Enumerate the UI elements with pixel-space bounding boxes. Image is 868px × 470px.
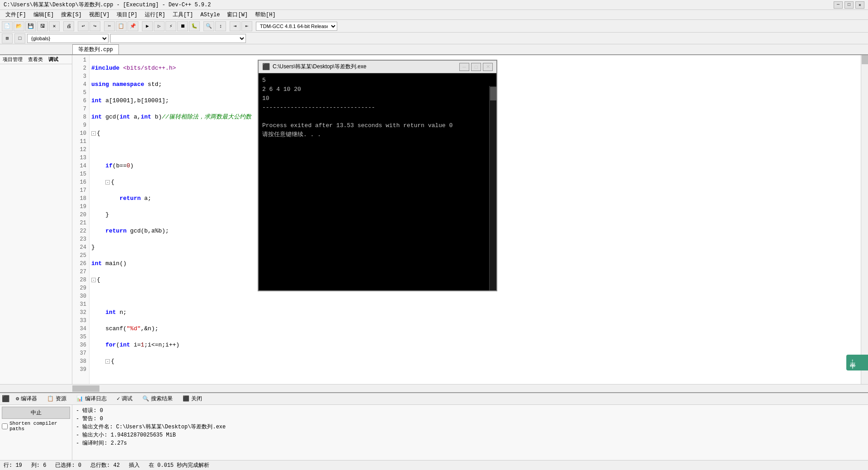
terminal-minimize[interactable]: ─ (459, 63, 469, 71)
terminal-close[interactable]: ✕ (483, 63, 493, 71)
left-panel-content (0, 64, 72, 384)
cut-button[interactable]: ✂ (104, 21, 115, 31)
terminal-line-4: -------------------------------- (262, 103, 493, 112)
run-button[interactable]: ▷ (154, 21, 165, 31)
compile-run-button[interactable]: ⚡ (165, 21, 176, 31)
left-tab-class[interactable]: 查看类 (25, 55, 46, 64)
stop-button[interactable]: ⏹ (177, 21, 188, 31)
copy-button[interactable]: 📋 (116, 21, 127, 31)
menu-view[interactable]: 视图[V] (85, 10, 113, 19)
minimize-button[interactable]: ─ (834, 1, 843, 9)
collapse-btn-13[interactable]: - (91, 278, 96, 282)
toolbar2-btn2[interactable]: □ (14, 33, 25, 43)
maximize-button[interactable]: □ (844, 1, 854, 9)
bottom-scroll-track[interactable] (72, 385, 868, 392)
paste-button[interactable]: 📌 (127, 21, 138, 31)
abort-compile-button[interactable]: 中止 (2, 407, 70, 419)
left-tab-project[interactable]: 项目管理 (0, 55, 25, 64)
status-total-lines: 总行数: 42 (90, 461, 120, 469)
title-bar: C:\Users\韩某某\Desktop\等差数列.cpp - [Executi… (0, 0, 868, 10)
close-button[interactable]: ✕ (855, 1, 864, 9)
log-line-1: - 错误: 0 (76, 407, 864, 415)
menu-edit[interactable]: 编辑[E] (30, 10, 58, 19)
bottom-tab-close[interactable]: ⬛ 关闭 (178, 394, 207, 404)
log-line-3: - 输出文件名: C:\Users\韩某某\Desktop\等差数列.exe (76, 423, 864, 431)
status-bar: 行: 19 列: 6 已选择: 0 总行数: 42 插入 在 0.015 秒内完… (0, 460, 868, 470)
terminal-line-2: 2 6 4 10 20 (262, 85, 493, 94)
bottom-tab-search[interactable]: 🔍 搜索结果 (138, 394, 177, 404)
close-button2[interactable]: ✕ (49, 21, 60, 31)
indent-button[interactable]: ⇥ (230, 21, 241, 31)
shorten-paths-checkbox[interactable] (2, 423, 8, 429)
tab-bar: 等差数列.cpp (0, 44, 868, 55)
undo-button[interactable]: ↩ (78, 21, 89, 31)
print-button[interactable]: 🖨 (63, 21, 74, 31)
save-button[interactable]: 💾 (25, 21, 36, 31)
collapse-btn-17[interactable]: - (105, 359, 110, 364)
toolbar2: ⊞ □ {globals} (0, 33, 868, 44)
code-line-16: for(int i=1;i<=n;i++) (91, 341, 859, 349)
terminal-controls: ─ □ ✕ (459, 63, 493, 71)
editor-vscrollbar[interactable] (861, 55, 868, 384)
terminal-line-5 (262, 112, 493, 121)
terminal-title-bar: ⬛ C:\Users\韩某某\Desktop\等差数列.exe ─ □ ✕ (259, 61, 496, 73)
terminal-line-1: 5 (262, 76, 493, 85)
new-file-button[interactable]: 📄 (2, 21, 13, 31)
menu-window[interactable]: 窗口[W] (223, 10, 251, 19)
close-panel-icon: ⬛ (183, 395, 189, 402)
bottom-panel: ⬛ ⚙ 编译器 📋 资源 📊 编译日志 ✓ 调试 🔍 搜索结果 ⬛ 关闭 中止 (0, 392, 868, 460)
menu-run[interactable]: 运行[R] (141, 10, 169, 19)
floating-action-button[interactable]: 中平←↑ (846, 355, 868, 371)
left-tab-debug[interactable]: 调试 (46, 55, 61, 64)
shorten-paths-row: Shorten compiler paths (2, 421, 70, 432)
bottom-tab-compiler[interactable]: ⚙ 编译器 (11, 394, 42, 404)
code-line-indent2 (91, 292, 859, 300)
menu-project[interactable]: 项目[P] (113, 10, 141, 19)
menu-tools[interactable]: 工具[T] (169, 10, 197, 19)
bottom-left-panel: 中止 Shorten compiler paths (0, 405, 72, 460)
status-insert-mode: 插入 (129, 461, 140, 469)
bottom-tabs: ⬛ ⚙ 编译器 📋 资源 📊 编译日志 ✓ 调试 🔍 搜索结果 ⬛ 关闭 (0, 393, 868, 405)
save-all-button[interactable]: 🖫 (37, 21, 48, 31)
tab-main-file[interactable]: 等差数列.cpp (72, 44, 119, 54)
bottom-tab-debug[interactable]: ✓ 调试 (112, 394, 137, 404)
bottom-tab-complog[interactable]: 📊 编译日志 (72, 394, 111, 404)
log-line-4: - 输出大小: 1.94812870025635 MiB (76, 431, 864, 439)
compile-log: - 错误: 0 - 警告: 0 - 输出文件名: C:\Users\韩某某\De… (72, 405, 868, 460)
func-select[interactable] (110, 34, 246, 43)
replace-button[interactable]: ↕ (215, 21, 226, 31)
toolbar2-btn1[interactable]: ⊞ (2, 33, 13, 43)
redo-button[interactable]: ↪ (90, 21, 100, 31)
bottom-tab-resources[interactable]: 📋 资源 (42, 394, 71, 404)
log-line-2: - 警告: 0 (76, 415, 864, 423)
search-icon: 🔍 (142, 395, 149, 402)
collapse-btn-5[interactable]: - (91, 131, 96, 136)
code-line-15: scanf("%d",&n); (91, 325, 859, 333)
terminal-maximize[interactable]: □ (471, 63, 481, 71)
collapse-btn-7[interactable]: - (105, 180, 110, 185)
compile-button[interactable]: ▶ (142, 21, 153, 31)
debug-button[interactable]: 🐛 (189, 21, 200, 31)
title-controls: ─ □ ✕ (834, 1, 864, 9)
terminal-vscrollbar[interactable] (489, 86, 496, 290)
terminal-body: 5 2 6 4 10 20 10 -----------------------… (259, 73, 496, 290)
menu-file[interactable]: 文件[F] (2, 10, 30, 19)
log-line-5: - 编译时间: 2.27s (76, 439, 864, 447)
unindent-button[interactable]: ⇤ (241, 21, 252, 31)
menu-help[interactable]: 帮助[H] (251, 10, 279, 19)
terminal-scroll-thumb[interactable] (490, 87, 496, 100)
debug-icon: ✓ (117, 395, 120, 402)
class-select[interactable]: {globals} (27, 34, 108, 43)
left-panel-tabs: 项目管理 查看类 调试 (0, 55, 72, 64)
menu-astyle[interactable]: AStyle (197, 11, 223, 19)
compiler-select[interactable]: TDM-GCC 4.8.1 64-bit Release (256, 22, 337, 31)
status-col: 列: 6 (31, 461, 47, 469)
bottom-content: 中止 Shorten compiler paths - 错误: 0 - 警告: … (0, 405, 868, 460)
bottom-scroll-thumb[interactable] (72, 385, 99, 392)
editor-vscroll-thumb[interactable] (862, 55, 868, 64)
menu-search[interactable]: 搜索[S] (57, 10, 85, 19)
bottom-hscrollbar[interactable] (0, 384, 868, 392)
find-button[interactable]: 🔍 (203, 21, 214, 31)
open-button[interactable]: 📂 (14, 21, 24, 31)
status-selected: 已选择: 0 (55, 461, 81, 469)
